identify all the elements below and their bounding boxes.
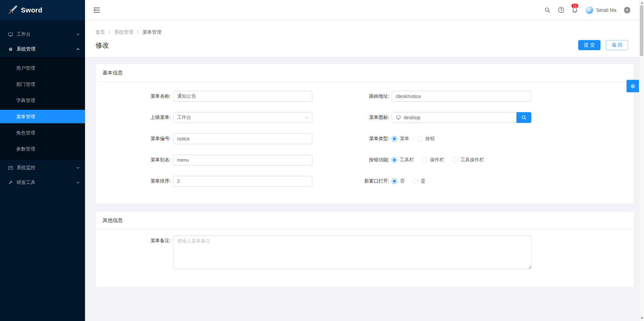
radio-label: 工具操作栏 bbox=[460, 157, 484, 163]
menu-name-input[interactable] bbox=[173, 91, 312, 102]
topbar-actions: 11 Serati Ma bbox=[541, 6, 634, 14]
menu-alias-label: 菜单别名: bbox=[96, 157, 173, 163]
sidebar-item-user-mgmt[interactable]: 用户管理 bbox=[0, 61, 85, 75]
radio-unchecked-icon bbox=[452, 157, 458, 163]
sidebar-item-label: 研发工具 bbox=[17, 180, 76, 186]
desktop-icon bbox=[8, 32, 13, 37]
button-func-option-actionbar[interactable]: 操作栏 bbox=[422, 157, 444, 163]
other-info-card: 其他信息 菜单备注: bbox=[96, 212, 634, 287]
radio-label: 操作栏 bbox=[430, 157, 444, 163]
radio-label: 是 bbox=[421, 178, 425, 184]
content-area: 基本信息 菜单名称: 路由地址: 上级菜单: 工作台 bbox=[85, 57, 639, 321]
chevron-up-icon bbox=[76, 47, 80, 51]
menu-icon-value: desktop bbox=[404, 115, 420, 120]
user-menu[interactable]: Serati Ma bbox=[582, 6, 620, 14]
app-title: Sword bbox=[21, 6, 43, 14]
new-window-label: 新窗口打开: bbox=[315, 178, 392, 184]
language-globe-icon[interactable] bbox=[620, 7, 634, 13]
radio-checked-icon bbox=[392, 157, 397, 163]
search-icon bbox=[521, 115, 527, 120]
button-func-option-toolbar[interactable]: 工具栏 bbox=[392, 157, 414, 163]
new-window-option-yes[interactable]: 是 bbox=[413, 178, 425, 184]
sidebar-menu: 工作台 系统管理 用户管理 部门管理 字典管理 菜单管理 角色管理 参数管理 bbox=[0, 20, 85, 189]
radio-label: 菜单 bbox=[400, 136, 409, 142]
menu-sort-input[interactable] bbox=[173, 176, 312, 187]
sidebar-item-label: 工作台 bbox=[17, 31, 76, 37]
sidebar-item-menu-mgmt[interactable]: 菜单管理 bbox=[0, 110, 85, 123]
button-func-radio-group: 工具栏 操作栏 工具操作栏 bbox=[392, 157, 492, 163]
notifications-bell-icon[interactable]: 11 bbox=[568, 7, 582, 13]
radio-checked-icon bbox=[392, 136, 397, 141]
menu-type-radio-group: 菜单 按钮 bbox=[392, 136, 443, 142]
page-header: 首页 / 系统管理 / 菜单管理 修改 提 交 返 回 bbox=[85, 21, 639, 57]
other-info-header: 其他信息 bbox=[96, 212, 634, 229]
chevron-down-icon bbox=[76, 166, 80, 169]
menu-code-label: 菜单编号: bbox=[96, 136, 173, 142]
back-button[interactable]: 返 回 bbox=[606, 40, 628, 50]
button-func-option-both[interactable]: 工具操作栏 bbox=[452, 157, 484, 163]
app-logo[interactable]: Sword bbox=[0, 0, 85, 20]
radio-unchecked-icon bbox=[413, 179, 418, 184]
page-title: 修改 bbox=[95, 41, 109, 50]
sidebar-item-param-mgmt[interactable]: 参数管理 bbox=[0, 142, 85, 156]
breadcrumb: 首页 / 系统管理 / 菜单管理 bbox=[95, 29, 628, 35]
menu-icon-label: 菜单图标: bbox=[315, 115, 392, 121]
radio-label: 工具栏 bbox=[400, 157, 414, 163]
route-input[interactable] bbox=[392, 91, 531, 102]
sidebar-item-role-mgmt[interactable]: 角色管理 bbox=[0, 126, 85, 139]
menu-fold-icon[interactable] bbox=[93, 7, 100, 13]
search-icon[interactable] bbox=[541, 7, 554, 13]
menu-sort-label: 菜单排序: bbox=[96, 178, 173, 184]
breadcrumb-home[interactable]: 首页 bbox=[95, 29, 105, 35]
sidebar-item-monitor[interactable]: 系统监控 bbox=[0, 161, 85, 174]
notification-badge: 11 bbox=[571, 3, 579, 8]
parent-menu-label: 上级菜单: bbox=[96, 115, 173, 121]
menu-remark-textarea[interactable] bbox=[173, 235, 532, 269]
sidebar-item-workbench[interactable]: 工作台 bbox=[0, 28, 85, 41]
scroll-down-arrow[interactable] bbox=[641, 317, 643, 319]
user-name: Serati Ma bbox=[596, 7, 616, 13]
help-icon[interactable] bbox=[554, 7, 568, 13]
sidebar-item-dict-mgmt[interactable]: 字典管理 bbox=[0, 94, 85, 107]
breadcrumb-separator: / bbox=[137, 29, 139, 35]
sidebar-submenu-system: 用户管理 部门管理 字典管理 菜单管理 角色管理 参数管理 bbox=[0, 57, 85, 160]
basic-info-card: 基本信息 菜单名称: 路由地址: 上级菜单: 工作台 bbox=[96, 64, 634, 204]
radio-unchecked-icon bbox=[422, 157, 427, 163]
new-window-option-no[interactable]: 否 bbox=[392, 178, 404, 184]
breadcrumb-current: 菜单管理 bbox=[142, 29, 161, 35]
menu-name-label: 菜单名称: bbox=[96, 93, 173, 99]
menu-code-input[interactable] bbox=[173, 133, 312, 144]
menu-alias-input[interactable] bbox=[173, 155, 312, 165]
scrollbar-thumb[interactable] bbox=[640, 5, 643, 56]
menu-type-option-button[interactable]: 按钮 bbox=[417, 136, 435, 142]
sidebar: Sword 工作台 系统管理 用户管理 部门管理 字典管理 菜单管理 bbox=[0, 0, 85, 321]
menu-type-option-menu[interactable]: 菜单 bbox=[392, 136, 409, 142]
button-func-label: 按钮功能: bbox=[315, 157, 392, 163]
theme-settings-button[interactable] bbox=[626, 80, 639, 92]
line-chart-icon bbox=[8, 165, 13, 170]
topbar: 11 Serati Ma bbox=[85, 0, 639, 20]
card-title: 基本信息 bbox=[103, 70, 123, 76]
menu-remark-label: 菜单备注: bbox=[96, 235, 173, 244]
sidebar-item-devtools[interactable]: 研发工具 bbox=[0, 176, 85, 189]
submit-button[interactable]: 提 交 bbox=[578, 40, 600, 50]
desktop-icon bbox=[396, 115, 401, 120]
sword-logo-icon bbox=[7, 5, 18, 15]
parent-menu-select[interactable]: 工作台 bbox=[173, 112, 312, 123]
menu-type-label: 菜单类型: bbox=[315, 136, 392, 142]
chevron-down-icon bbox=[76, 33, 80, 36]
gear-icon bbox=[630, 83, 636, 89]
gear-icon bbox=[8, 47, 13, 52]
menu-icon-input[interactable]: desktop bbox=[392, 112, 516, 123]
radio-unchecked-icon bbox=[417, 136, 423, 141]
scroll-up-arrow[interactable] bbox=[641, 2, 643, 4]
sidebar-item-system[interactable]: 系统管理 bbox=[0, 42, 85, 56]
icon-search-button[interactable] bbox=[516, 112, 531, 123]
breadcrumb-separator: / bbox=[109, 29, 110, 35]
radio-label: 否 bbox=[400, 178, 404, 184]
page-scrollbar[interactable] bbox=[639, 0, 644, 321]
breadcrumb-system[interactable]: 系统管理 bbox=[114, 29, 133, 35]
sidebar-item-dept-mgmt[interactable]: 部门管理 bbox=[0, 77, 85, 91]
chevron-down-icon bbox=[305, 117, 308, 119]
card-title: 其他信息 bbox=[103, 217, 123, 224]
